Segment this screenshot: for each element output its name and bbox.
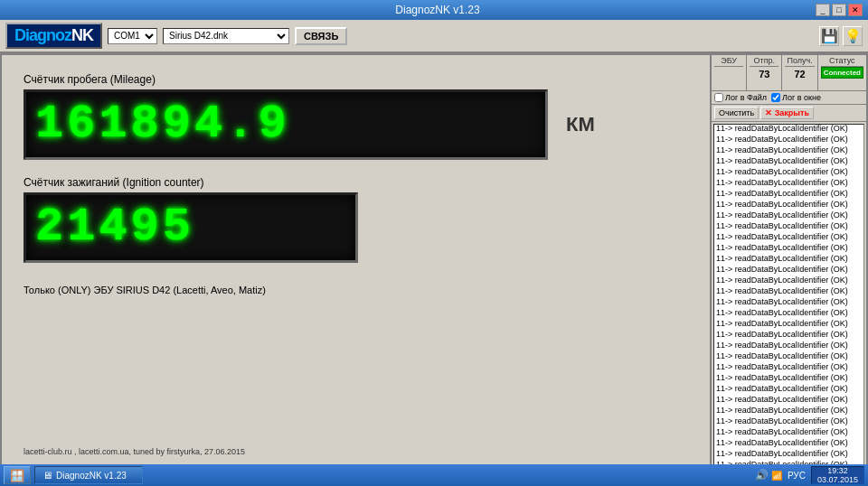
- log-toolbar: Лог в Файл Лог в окне: [712, 91, 866, 105]
- log-file-checkbox-label[interactable]: Лог в Файл: [714, 93, 767, 102]
- mileage-display: 161894.9: [24, 89, 548, 160]
- received-value: 72: [785, 67, 814, 79]
- toolbar: DiagnozNK COM1 Sirius D42.dnk СВЯЗЬ 💾 💡: [0, 20, 868, 53]
- network-icon: 📶: [771, 471, 782, 481]
- minimize-button[interactable]: _: [816, 4, 830, 16]
- mileage-row: 161894.9 КМ: [24, 89, 688, 160]
- status-label: Статус: [821, 56, 863, 67]
- save-icon-button[interactable]: 💾: [819, 26, 839, 46]
- clock-time: 19:32: [827, 466, 848, 475]
- left-panel: Счётчик пробега (Mileage) 161894.9 КМ Сч…: [0, 53, 710, 476]
- ignition-value: 21495: [35, 204, 194, 251]
- ignition-display: 21495: [24, 192, 358, 263]
- maximize-button[interactable]: □: [832, 4, 846, 16]
- right-top-bar: ЭБУ Отпр. 73 Получ. 72 Статус Connected: [712, 55, 866, 91]
- mileage-label: Счётчик пробега (Mileage): [24, 73, 688, 86]
- systray: 🔊 📶: [755, 469, 782, 481]
- window-controls[interactable]: _ □ ✕: [816, 4, 863, 16]
- close-log-button[interactable]: ✕ Закрыть: [760, 107, 814, 119]
- sent-label: Отпр.: [750, 56, 778, 67]
- log-file-label: Лог в Файл: [725, 93, 767, 102]
- mileage-section: Счётчик пробега (Mileage) 161894.9 КМ: [24, 73, 688, 160]
- log-window-label: Лог в окне: [782, 93, 821, 102]
- content-area: Счётчик пробега (Mileage) 161894.9 КМ Сч…: [11, 64, 701, 465]
- ecu-select[interactable]: Sirius D42.dnk: [163, 28, 289, 44]
- speaker-icon: 🔊: [755, 469, 769, 481]
- sent-value: 73: [750, 67, 778, 79]
- port-select[interactable]: COM1: [108, 28, 157, 44]
- taskbar-clock[interactable]: 19:32 03.07.2015: [811, 466, 864, 484]
- log-file-checkbox[interactable]: [714, 93, 723, 102]
- start-button[interactable]: 🪟: [4, 466, 31, 484]
- taskbar-app-item[interactable]: 🖥 DiagnozNK v1.23: [34, 466, 143, 484]
- lang-label: РУС: [788, 471, 806, 481]
- ignition-label: Счётчик зажиганий (Ignition counter): [24, 176, 688, 189]
- log-window-checkbox[interactable]: [771, 93, 780, 102]
- log-window-checkbox-label[interactable]: Лог в окне: [771, 93, 821, 102]
- close-button[interactable]: ✕: [848, 4, 863, 16]
- ebu-section: ЭБУ: [712, 55, 747, 90]
- taskbar-app-label: DiagnozNK v1.23: [56, 471, 127, 481]
- clear-log-button[interactable]: Очистить: [714, 107, 759, 119]
- notice-text: Только (ONLY) ЭБУ SIRIUS D42 (Lacetti, A…: [24, 285, 688, 295]
- status-section: Статус Connected: [818, 55, 866, 90]
- ebu-label: ЭБУ: [714, 56, 743, 67]
- log-area[interactable]: 11-> readDataByLocalIdentifier (OK)11-> …: [713, 124, 864, 472]
- log-action-toolbar: Очистить ✕ Закрыть: [712, 105, 866, 122]
- window-title: DiagnozNK v1.23: [60, 4, 816, 16]
- mileage-value: 161894.9: [35, 101, 290, 148]
- received-section: Получ. 72: [782, 55, 817, 90]
- logo-diagnoz: Diagnoz: [14, 26, 71, 44]
- sent-section: Отпр. 73: [747, 55, 782, 90]
- ignition-section: Счётчик зажиганий (Ignition counter) 214…: [24, 176, 688, 263]
- logo-nk: NK: [71, 26, 93, 44]
- clock-date: 03.07.2015: [817, 475, 858, 484]
- status-value: Connected: [821, 67, 863, 79]
- mileage-unit: КМ: [566, 113, 595, 136]
- taskbar-right: 🔊 📶 РУС 19:32 03.07.2015: [755, 466, 864, 484]
- received-label: Получ.: [785, 56, 814, 67]
- main-layout: Счётчик пробега (Mileage) 161894.9 КМ Сч…: [0, 53, 868, 476]
- lamp-icon-button[interactable]: 💡: [843, 26, 863, 46]
- title-bar: DiagnozNK v1.23 _ □ ✕: [0, 0, 868, 20]
- logo: DiagnozNK: [5, 23, 102, 49]
- ebu-value: [714, 67, 743, 69]
- taskbar: 🪟 🖥 DiagnozNK v1.23 🔊 📶 РУС 19:32 03.07.…: [0, 464, 868, 486]
- right-panel: ЭБУ Отпр. 73 Получ. 72 Статус Connected …: [710, 53, 868, 476]
- connect-button[interactable]: СВЯЗЬ: [295, 27, 347, 45]
- bottom-info: lacetti-club.ru , lacetti.com.ua, tuned …: [24, 442, 688, 456]
